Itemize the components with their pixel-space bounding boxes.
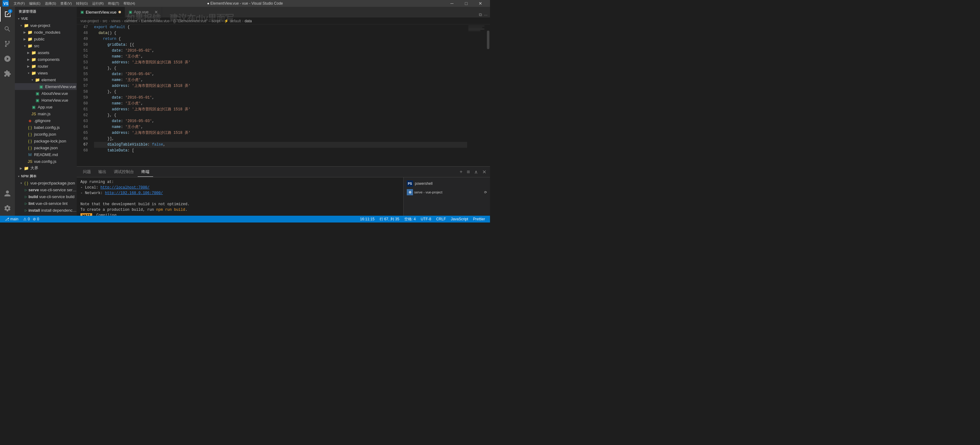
tree-node-modules[interactable]: ▶ 📁 node_modules <box>15 29 77 36</box>
tree-mainjs[interactable]: JS main.js <box>15 110 77 117</box>
status-encoding[interactable]: UTF-8 <box>418 216 434 223</box>
network-link[interactable]: http://192.168.0.106:7000/ <box>105 191 163 195</box>
breadcrumb-item[interactable]: vue-project <box>80 19 99 23</box>
status-formatter[interactable]: Prettier <box>471 216 487 223</box>
source-control-activity-icon[interactable] <box>0 36 15 51</box>
npm-serve[interactable]: ▷ serve vue-cli-service serve <box>15 186 77 193</box>
breadcrumb-item[interactable]: script <box>212 19 221 23</box>
tab-bar: ▣ ElementView.vue ▣ App.vue ✕ ⧉ ··· <box>77 7 490 17</box>
tree-views[interactable]: ▾ 📁 views <box>15 70 77 76</box>
account-activity-icon[interactable] <box>0 186 15 201</box>
breadcrumb-item[interactable]: src <box>102 19 107 23</box>
tree-dajie[interactable]: ▶ 📁 大界 <box>15 165 77 171</box>
tree-vueconfig[interactable]: JS vue.config.js <box>15 158 77 165</box>
status-language[interactable]: JavaScript <box>448 216 471 223</box>
npm-lint[interactable]: ▷ lint vue-cli-service lint <box>15 200 77 207</box>
scrollbar-thumb[interactable] <box>487 31 489 49</box>
expand-arrow: ▾ <box>26 71 31 75</box>
status-branch[interactable]: ⎇ main <box>3 216 21 223</box>
tab-elementview[interactable]: ▣ ElementView.vue <box>77 7 125 17</box>
code-line: }, { <box>94 65 467 71</box>
status-spaces[interactable]: 空格: 4 <box>402 216 418 223</box>
tree-assets[interactable]: ▶ 📁 assets <box>15 49 77 56</box>
debug-activity-icon[interactable] <box>0 51 15 66</box>
status-errors[interactable]: ⚠ 0 ⊘ 0 <box>21 216 41 223</box>
code-content[interactable]: export default { data() { return { gridD… <box>92 24 467 166</box>
breadcrumb-item[interactable]: element <box>124 19 137 23</box>
tree-public[interactable]: ▶ 📁 public <box>15 36 77 42</box>
menu-view[interactable]: 查看(V) <box>59 1 74 6</box>
tree-element[interactable]: ▾ 📁 element <box>15 76 77 83</box>
npm-build[interactable]: ▷ build vue-cli-service build <box>15 193 77 200</box>
close-panel-button[interactable]: ✕ <box>481 168 487 176</box>
tree-components[interactable]: ▶ 📁 components <box>15 56 77 63</box>
menu-edit[interactable]: 编辑(E) <box>27 1 42 6</box>
breadcrumb-item[interactable]: ElementView.vue <box>141 19 170 23</box>
section-npm[interactable]: ▾ NPM 脚本 <box>15 173 77 179</box>
task-icon: ⚙ <box>407 189 413 195</box>
tab-appvue[interactable]: ▣ App.vue ✕ <box>125 7 162 17</box>
folder-icon: 📁 <box>24 23 29 28</box>
tab-close-icon[interactable]: ✕ <box>154 10 158 14</box>
split-editor-icon[interactable]: ⧉ <box>479 12 482 17</box>
tab-output[interactable]: 输出 <box>95 167 110 176</box>
maximize-panel-button[interactable]: ∧ <box>473 168 479 176</box>
menu-terminal[interactable]: 终端(T) <box>106 1 121 6</box>
terminal-content[interactable]: App running at: - Local: http://localhos… <box>77 177 403 216</box>
folder-icon: 📁 <box>31 71 37 75</box>
new-terminal-button[interactable]: + <box>458 168 464 175</box>
expand-arrow: ▾ <box>22 44 27 48</box>
svg-text:VS: VS <box>3 2 8 6</box>
tab-actions: ⧉ ··· <box>476 12 490 17</box>
npm-install[interactable]: ▷ install install dependencies fr... <box>15 207 77 214</box>
tree-appvue[interactable]: ▣ App.vue <box>15 103 77 110</box>
extensions-activity-icon[interactable] <box>0 66 15 81</box>
section-vue[interactable]: ▾ VUE <box>15 15 77 22</box>
maximize-button[interactable]: □ <box>459 0 473 7</box>
code-line: gridData: [{ <box>94 42 467 48</box>
main-layout: 1 资源管理器 ▾ VUE <box>0 7 490 216</box>
tree-packagejson[interactable]: { } package.json <box>15 144 77 151</box>
tree-jsconfig[interactable]: { } jsconfig.json <box>15 131 77 138</box>
menu-run[interactable]: 运行(R) <box>90 1 105 6</box>
menu-file[interactable]: 文件(F) <box>12 1 27 6</box>
explorer-activity-icon[interactable]: 1 <box>0 7 15 22</box>
search-activity-icon[interactable] <box>0 22 15 36</box>
terminal-line: - Network: http://192.168.0.106:7000/ <box>80 190 400 196</box>
tree-src[interactable]: ▾ 📁 src <box>15 42 77 49</box>
tree-aboutview[interactable]: ▣ AboutView.vue <box>15 90 77 97</box>
folder-label: src <box>34 44 77 48</box>
more-actions-icon[interactable]: ··· <box>484 13 487 17</box>
tree-homeview[interactable]: ▣ HomeView.vue <box>15 97 77 103</box>
code-line: export default { <box>94 24 467 30</box>
tree-gitignore[interactable]: ◈ .gitignore <box>15 117 77 124</box>
breadcrumb-item[interactable]: views <box>111 19 120 23</box>
status-eol[interactable]: CRLF <box>434 216 448 223</box>
breadcrumb-item[interactable]: ⚡ default <box>224 19 241 23</box>
split-terminal-button[interactable]: ⊞ <box>466 169 471 174</box>
menu-select[interactable]: 选择(S) <box>43 1 58 6</box>
code-line: date: '2016-05-01', <box>94 95 467 101</box>
tab-debug-console[interactable]: 调试控制台 <box>110 167 138 176</box>
menu-goto[interactable]: 转到(G) <box>74 1 90 6</box>
tree-vue-project[interactable]: ▾ 📁 vue-project <box>15 22 77 29</box>
tree-readme[interactable]: M README.md <box>15 151 77 158</box>
tree-router[interactable]: ▶ 📁 router <box>15 63 77 70</box>
minimize-button[interactable]: ─ <box>445 0 459 7</box>
status-cursor[interactable]: 行 67, 列 35 <box>377 216 402 223</box>
tree-npm-project[interactable]: ▾ { } vue-project\package.json <box>15 179 77 186</box>
json-file-icon: { } <box>27 139 33 143</box>
tree-elementview[interactable]: ▣ ElementView.vue <box>15 83 77 90</box>
breadcrumb-current[interactable]: data <box>245 19 252 23</box>
settings-activity-icon[interactable] <box>0 201 15 216</box>
menu-help[interactable]: 帮助(H) <box>122 1 137 6</box>
tab-problems[interactable]: 问题 <box>79 167 95 176</box>
tab-modified-dot <box>118 11 121 13</box>
breadcrumb-item[interactable]: {} "ElementView.vue" <box>173 19 208 23</box>
close-button[interactable]: ✕ <box>473 0 487 7</box>
tree-packagelock[interactable]: { } package-lock.json <box>15 138 77 144</box>
vertical-scrollbar[interactable] <box>486 24 490 166</box>
tab-terminal[interactable]: 终端 <box>138 167 153 177</box>
tree-babelconfig[interactable]: { } babel.config.js <box>15 124 77 131</box>
local-link[interactable]: http://localhost:7000/ <box>100 185 150 190</box>
